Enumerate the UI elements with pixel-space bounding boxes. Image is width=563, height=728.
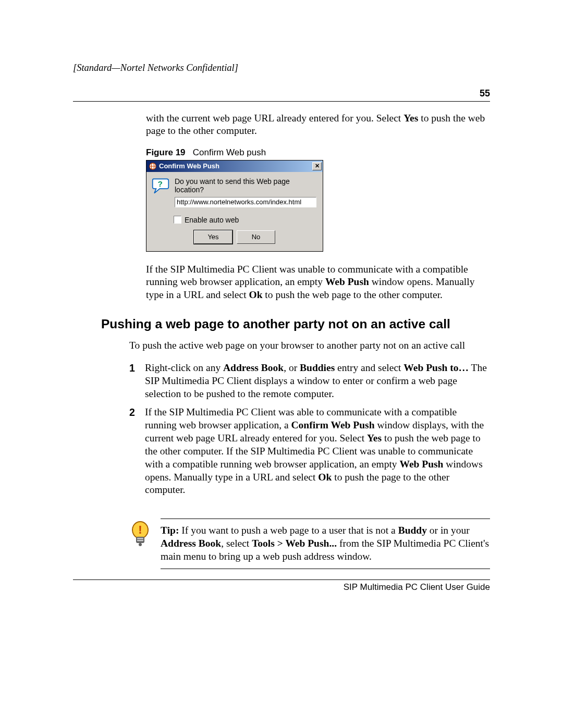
tip-text: Tip: If you want to push a web page to a… [161,524,490,563]
svg-text:!: ! [138,523,142,536]
tip-rule-top [161,519,490,519]
bold-ok: Ok [249,289,262,300]
bold: Buddies [300,362,335,373]
footer-rule [73,579,490,580]
lightbulb-icon: ! [129,521,151,553]
figure-title: Confirm Web push [193,147,266,157]
close-button[interactable]: ✕ [312,162,322,170]
bold: Yes [367,433,382,443]
step-2: 2 If the SIP Multimedia PC Client was ab… [129,406,490,497]
page-number: 55 [73,88,490,99]
text: , or [284,362,300,373]
dialog-title: Confirm Web Push [159,162,312,170]
tip-block: ! Tip: If you want to push a web page to… [129,519,490,569]
dialog-prompt: Do you want to send this Web page locati… [175,177,316,194]
continuation-paragraph: with the current web page URL already en… [146,112,490,138]
bold: Tools > Web Push... [252,538,337,549]
auto-web-checkbox-row[interactable]: Enable auto web [146,212,323,227]
figure-caption: Figure 19 Confirm Web push [146,147,490,158]
step-1: 1 Right-click on any Address Book, or Bu… [129,362,490,401]
bold: Ok [318,472,332,483]
text: to push the web page to the other comput… [262,289,443,300]
bold: Address Book [161,538,221,549]
no-button[interactable]: No [237,230,275,244]
tip-label: Tip: [161,525,179,536]
text: entry and select [335,362,403,373]
bold-web-push: Web Push [325,276,369,287]
tip-rule-bot [161,569,490,569]
url-input[interactable] [175,197,316,207]
text: , select [221,538,252,549]
svg-point-7 [139,543,142,546]
bold: Buddy [398,525,427,536]
intro-line: To push the active web page on your brow… [129,340,490,351]
text: with the current web page URL already en… [146,113,403,124]
figure-label: Figure 19 [146,147,186,157]
yes-button[interactable]: Yes [194,230,232,244]
step-number: 2 [129,406,139,497]
checkbox-label: Enable auto web [185,216,239,224]
bold: Address Book [223,362,284,373]
bold: Web Push to… [403,362,469,373]
confirm-web-push-dialog: Confirm Web Push ✕ ? Do you want to send… [146,160,323,252]
bold: Confirm Web Push [291,419,375,430]
checkbox-icon[interactable] [174,216,181,224]
after-figure-paragraph: If the SIP Multimedia PC Client was unab… [146,263,490,301]
text: Right-click on any [145,362,223,373]
svg-text:?: ? [157,179,162,188]
bold-yes: Yes [403,113,418,124]
dialog-titlebar: Confirm Web Push ✕ [146,161,323,172]
step-number: 1 [129,362,139,401]
header-rule [73,101,490,102]
bold: Web Push [399,459,443,470]
header-confidential: [Standard—Nortel Networks Confidential] [73,63,490,73]
section-heading: Pushing a web page to another party not … [101,317,490,331]
text: or in your [427,525,470,536]
footer-text: SIP Multimedia PC Client User Guide [73,582,490,593]
text: If you want to push a web page to a user… [179,525,398,536]
app-icon [149,162,157,170]
question-icon: ? [152,177,169,195]
